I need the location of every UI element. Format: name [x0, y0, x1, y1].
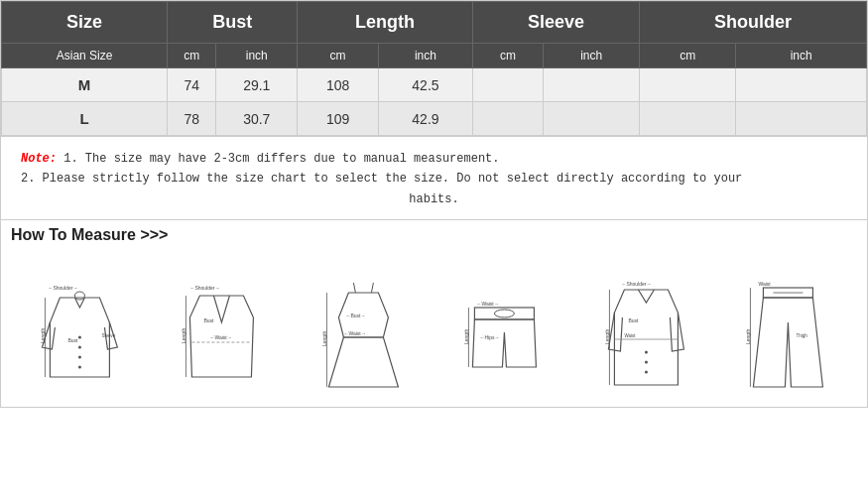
garment-svg-4: ←Waist→ ←Hips→ Length	[435, 268, 573, 397]
svg-text:←Shoulder→: ←Shoulder→	[189, 285, 219, 291]
svg-text:Length: Length	[746, 329, 752, 345]
how-to-title: How To Measure >>>	[11, 226, 857, 244]
svg-point-32	[645, 351, 648, 354]
col-size: Size	[2, 2, 168, 44]
svg-text:Length: Length	[181, 328, 186, 344]
col-sleeve: Sleeve	[472, 2, 639, 44]
svg-text:Sleeve: Sleeve	[101, 333, 115, 338]
size-chart-section: Size Bust Length Sleeve Shoulder Asian S…	[0, 0, 868, 137]
svg-text:Bust: Bust	[67, 337, 78, 343]
svg-point-1	[74, 292, 84, 300]
svg-text:Thigh: Thigh	[797, 333, 808, 338]
note-label: Note:	[21, 152, 57, 166]
garment-3: ←Bust→ ←Waist→ Length	[295, 268, 433, 397]
table-cell	[544, 102, 640, 136]
col-bust: Bust	[168, 2, 298, 44]
note-line1: Note: 1. The size may have 2-3cm differs…	[21, 149, 847, 169]
sub-sh-cm: cm	[640, 44, 736, 68]
table-row: L7830.710942.9	[2, 102, 867, 136]
svg-text:Bust: Bust	[203, 317, 214, 323]
table-cell	[544, 68, 640, 102]
note-line3: habits.	[21, 189, 847, 209]
sub-bust-cm: cm	[168, 44, 216, 68]
table-cell: 30.7	[216, 102, 298, 136]
garment-svg-2: ←Shoulder→ ←Waist→ Length Bust	[153, 268, 291, 397]
sub-sl-inch: inch	[544, 44, 640, 68]
table-cell	[736, 68, 867, 102]
garment-1: ←Shoulder→ Length Sleeve Bust	[11, 268, 149, 397]
sub-sh-inch: inch	[736, 44, 867, 68]
table-cell	[640, 68, 736, 102]
table-cell: 108	[298, 68, 379, 102]
svg-text:←Hips→: ←Hips→	[480, 334, 500, 340]
garment-2: ←Shoulder→ ←Waist→ Length Bust	[153, 268, 291, 397]
col-shoulder: Shoulder	[640, 2, 867, 44]
svg-text:←Bust→: ←Bust→	[345, 313, 365, 318]
how-to-section: How To Measure >>> ←Shoulder→ Length	[0, 220, 868, 408]
svg-line-16	[353, 283, 355, 293]
svg-text:Waist: Waist	[759, 281, 772, 287]
svg-point-34	[645, 371, 648, 374]
svg-text:Length: Length	[605, 329, 611, 345]
table-cell	[472, 68, 543, 102]
table-row: M7429.110842.5	[2, 68, 867, 102]
clothing-illustrations: ←Shoulder→ Length Sleeve Bust	[11, 250, 857, 399]
svg-point-6	[78, 336, 81, 339]
notes-section: Note: 1. The size may have 2-3cm differs…	[0, 137, 868, 220]
svg-point-9	[78, 366, 81, 369]
table-cell: 74	[168, 68, 216, 102]
note-line2: 2. Please strictly follow the size chart…	[21, 169, 847, 189]
garment-svg-3: ←Bust→ ←Waist→ Length	[295, 268, 433, 397]
svg-point-7	[78, 346, 81, 349]
col-length: Length	[298, 2, 473, 44]
garment-svg-6: Waist Thigh Length	[719, 268, 857, 397]
svg-point-33	[645, 361, 648, 364]
table-cell: 29.1	[216, 68, 298, 102]
svg-text:Bust: Bust	[629, 317, 640, 323]
svg-text:Length: Length	[321, 331, 327, 347]
garment-6: Waist Thigh Length	[719, 268, 857, 397]
sub-sl-cm: cm	[472, 44, 543, 68]
table-cell	[736, 102, 867, 136]
svg-point-8	[78, 356, 81, 359]
size-table: Size Bust Length Sleeve Shoulder Asian S…	[1, 1, 867, 136]
garment-svg-1: ←Shoulder→ Length Sleeve Bust	[11, 268, 149, 397]
sub-len-inch: inch	[378, 44, 472, 68]
table-cell: 78	[168, 102, 216, 136]
sub-bust-inch: inch	[216, 44, 298, 68]
svg-text:Waist: Waist	[625, 333, 637, 338]
svg-line-17	[371, 283, 373, 293]
table-cell: 42.5	[378, 68, 472, 102]
table-cell	[640, 102, 736, 136]
table-cell: L	[2, 102, 168, 136]
table-cell: M	[2, 68, 168, 102]
svg-text:Length: Length	[40, 328, 46, 344]
table-cell: 109	[298, 102, 379, 136]
note-text1: 1. The size may have 2-3cm differs due t…	[57, 152, 499, 166]
table-cell: 42.9	[378, 102, 472, 136]
svg-text:←Shoulder→: ←Shoulder→	[48, 285, 77, 291]
table-cell	[472, 102, 543, 136]
garment-5: ←Shoulder→ Waist Bust L	[577, 268, 715, 397]
svg-text:←Shoulder→: ←Shoulder→	[622, 281, 652, 287]
svg-text:←Waist→: ←Waist→	[343, 330, 365, 336]
svg-point-23	[495, 310, 515, 317]
sub-len-cm: cm	[298, 44, 379, 68]
svg-text:Length: Length	[464, 329, 470, 345]
garment-4: ←Waist→ ←Hips→ Length	[435, 268, 573, 397]
garment-svg-5: ←Shoulder→ Waist Bust L	[577, 268, 715, 397]
svg-text:←Waist→: ←Waist→	[477, 301, 499, 307]
svg-text:←Waist→: ←Waist→	[209, 334, 231, 340]
sub-asian-size: Asian Size	[2, 44, 168, 68]
